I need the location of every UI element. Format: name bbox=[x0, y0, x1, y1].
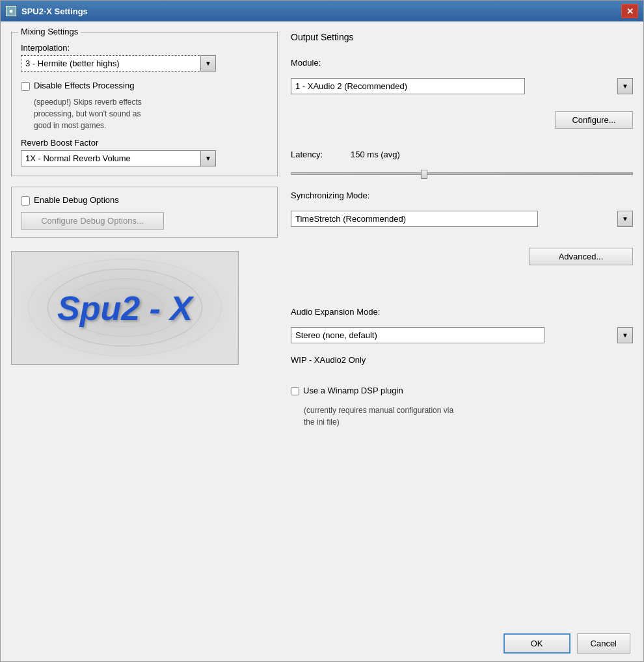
wip-note: WIP - XAudio2 Only bbox=[291, 355, 633, 365]
winamp-checkbox[interactable] bbox=[291, 387, 299, 395]
interpolation-label: Interpolation: bbox=[21, 40, 268, 53]
configure-button[interactable]: Configure... bbox=[555, 111, 633, 129]
disable-effects-label: Disable Effects Processing bbox=[34, 81, 134, 90]
disable-effects-row: Disable Effects Processing bbox=[21, 81, 268, 91]
latency-value: 150 ms (avg) bbox=[351, 150, 400, 159]
interpolation-dropdown-wrapper: 3 - Hermite (better highs) ▼ bbox=[21, 55, 216, 72]
latency-label: Latency: bbox=[291, 150, 343, 159]
winamp-row: Use a Winamp DSP plugin bbox=[291, 386, 633, 395]
latency-row: Latency: 150 ms (avg) bbox=[291, 150, 633, 159]
module-dropdown-wrapper: 1 - XAudio 2 (Recommended) ▼ bbox=[291, 78, 633, 94]
latency-slider-track bbox=[291, 172, 633, 175]
audio-expansion-dropdown[interactable]: Stereo (none, default) bbox=[291, 327, 544, 343]
module-dropdown[interactable]: 1 - XAudio 2 (Recommended) bbox=[291, 78, 525, 94]
mixing-group-label: Mixing Settings bbox=[18, 27, 81, 36]
audio-expansion-label: Audio Expansion Mode: bbox=[291, 307, 633, 317]
interpolation-dropdown[interactable]: 3 - Hermite (better highs) bbox=[21, 55, 216, 72]
cancel-button[interactable]: Cancel bbox=[577, 633, 630, 654]
winamp-description: (currently requires manual configuration… bbox=[304, 404, 633, 428]
enable-debug-checkbox[interactable] bbox=[21, 196, 30, 205]
winamp-label: Use a Winamp DSP plugin bbox=[303, 386, 403, 395]
main-content: Mixing Settings Interpolation: 3 - Hermi… bbox=[1, 21, 643, 626]
logo-text: Spu2 - X bbox=[57, 289, 193, 328]
enable-debug-row: Enable Debug Options bbox=[21, 195, 268, 205]
logo-box: Spu2 - X bbox=[11, 251, 239, 365]
bottom-bar: OK Cancel bbox=[1, 626, 643, 661]
sync-arrow-icon: ▼ bbox=[617, 211, 633, 227]
configure-debug-button[interactable]: Configure Debug Options... bbox=[21, 212, 164, 230]
debug-section: Enable Debug Options Configure Debug Opt… bbox=[11, 187, 278, 238]
module-label: Module: bbox=[291, 58, 633, 68]
settings-window: ■ SPU2-X Settings ✕ Mixing Settings Inte… bbox=[0, 0, 644, 662]
disable-effects-checkbox[interactable] bbox=[21, 82, 30, 91]
titlebar-icon: ■ bbox=[6, 6, 16, 16]
module-arrow-icon: ▼ bbox=[617, 78, 633, 94]
latency-slider-thumb[interactable] bbox=[421, 170, 427, 179]
sync-dropdown-wrapper: TimeStretch (Recommended) ▼ bbox=[291, 211, 633, 227]
mixing-settings-group: Mixing Settings Interpolation: 3 - Hermi… bbox=[11, 32, 278, 176]
titlebar-title: SPU2-X Settings bbox=[21, 7, 621, 16]
close-button[interactable]: ✕ bbox=[621, 4, 638, 18]
audio-exp-dropdown-wrapper: Stereo (none, default) ▼ bbox=[291, 327, 633, 343]
right-panel: Output Settings Module: 1 - XAudio 2 (Re… bbox=[291, 32, 633, 615]
titlebar: ■ SPU2-X Settings ✕ bbox=[1, 1, 643, 21]
left-panel: Mixing Settings Interpolation: 3 - Hermi… bbox=[11, 32, 278, 615]
reverb-dropdown-wrapper: 1X - Normal Reverb Volume ▼ bbox=[21, 150, 216, 166]
effects-description: (speedup!) Skips reverb effects processi… bbox=[34, 96, 268, 131]
reverb-dropdown[interactable]: 1X - Normal Reverb Volume bbox=[21, 150, 216, 166]
output-settings-title: Output Settings bbox=[291, 32, 633, 42]
advanced-button[interactable]: Advanced... bbox=[529, 248, 633, 265]
ok-button[interactable]: OK bbox=[503, 633, 570, 654]
reverb-label: Reverb Boost Factor bbox=[21, 138, 268, 148]
audio-exp-arrow-icon: ▼ bbox=[617, 327, 633, 343]
sync-mode-label: Synchronizing Mode: bbox=[291, 191, 633, 200]
enable-debug-label: Enable Debug Options bbox=[34, 195, 119, 205]
sync-dropdown[interactable]: TimeStretch (Recommended) bbox=[291, 211, 538, 227]
